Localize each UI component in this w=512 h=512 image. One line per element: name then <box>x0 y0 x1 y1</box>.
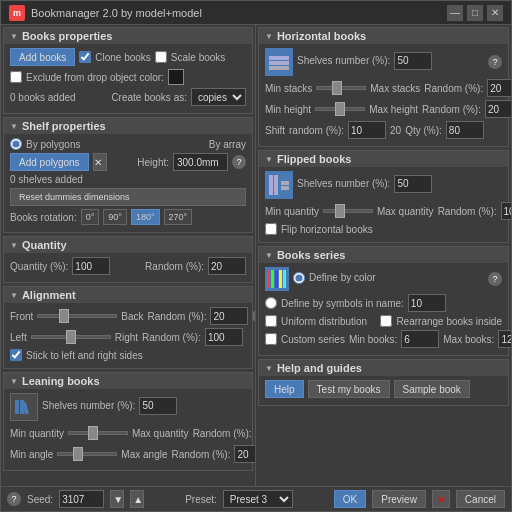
f-random-label: Random (%): <box>438 206 497 217</box>
color-swatch[interactable] <box>168 69 184 85</box>
f-random-input[interactable] <box>501 202 511 220</box>
books-series-section: Books series <box>258 246 509 356</box>
alignment-header[interactable]: Alignment <box>4 287 252 303</box>
seed-up-button[interactable]: ▲ <box>130 490 144 508</box>
define-color-radio[interactable] <box>293 272 305 284</box>
h-help-icon[interactable]: ? <box>488 55 502 69</box>
lean-angle-slider[interactable] <box>57 452 117 456</box>
books-properties-section: Books properties Add books Clone books S… <box>3 27 253 114</box>
h-shelves-input[interactable] <box>394 52 432 70</box>
h-height-slider[interactable] <box>315 107 365 111</box>
sample-book-button[interactable]: Sample book <box>394 380 470 398</box>
rearrange-checkbox[interactable] <box>380 315 392 327</box>
svg-rect-14 <box>283 270 286 288</box>
svg-rect-7 <box>274 175 278 195</box>
h-random-height-label: Random (%): <box>422 104 481 115</box>
ok-button[interactable]: OK <box>334 490 366 508</box>
shelf-properties-header[interactable]: Shelf properties <box>4 118 252 134</box>
series-help-icon[interactable]: ? <box>488 272 502 286</box>
help-guides-section: Help and guides Help Test my books Sampl… <box>258 359 509 406</box>
right-random-input[interactable] <box>205 328 243 346</box>
flipped-books-body: Shelves number (%): Min quantity Max qua… <box>259 167 508 242</box>
test-my-books-button[interactable]: Test my books <box>308 380 390 398</box>
clone-books-checkbox[interactable] <box>79 51 91 63</box>
h-shift-random1-input[interactable] <box>348 121 386 139</box>
h-random-height-input[interactable] <box>485 100 511 118</box>
preview-button[interactable]: Preview <box>372 490 426 508</box>
max-books-input[interactable] <box>498 330 511 348</box>
by-polygons-radio[interactable] <box>10 138 22 150</box>
custom-series-checkbox[interactable] <box>265 333 277 345</box>
add-books-button[interactable]: Add books <box>10 48 75 66</box>
alignment-body: Front Back Random (%): ? Left Right Rand… <box>4 303 252 368</box>
quantity-label: Quantity (%): <box>10 261 68 272</box>
quantity-header[interactable]: Quantity <box>4 237 252 253</box>
reset-dummies-button[interactable]: Reset dummies dimensions <box>10 188 246 206</box>
height-input[interactable] <box>173 153 228 171</box>
svg-rect-6 <box>269 175 273 195</box>
back-random-label: Random (%): <box>148 311 207 322</box>
svg-rect-11 <box>271 270 274 288</box>
books-properties-header[interactable]: Books properties <box>4 28 252 44</box>
books-series-header[interactable]: Books series <box>259 247 508 263</box>
flip-horizontal-checkbox[interactable] <box>265 223 277 235</box>
flipped-books-header[interactable]: Flipped books <box>259 151 508 167</box>
leaning-shelves-input[interactable] <box>139 397 177 415</box>
preset-select[interactable]: Preset 3 <box>223 490 293 508</box>
stick-label: Stick to left and right sides <box>26 350 143 361</box>
quantity-input[interactable] <box>72 257 110 275</box>
help-button[interactable]: Help <box>265 380 304 398</box>
leaning-books-body: Shelves number (%): Min quantity Max qua… <box>4 389 252 470</box>
h-random-stacks-input[interactable] <box>487 79 511 97</box>
front-back-slider[interactable] <box>37 314 117 318</box>
help-guides-body: Help Test my books Sample book <box>259 376 508 405</box>
h-stacks-slider[interactable] <box>316 86 366 90</box>
maximize-button[interactable]: □ <box>467 5 483 21</box>
qty-random-input[interactable] <box>208 257 246 275</box>
lean-qty-slider[interactable] <box>68 431 128 435</box>
custom-series-label: Custom series <box>281 334 345 345</box>
help-guides-header[interactable]: Help and guides <box>259 360 508 376</box>
remove-polygon-button[interactable]: ✕ <box>93 153 107 171</box>
f-shelves-input[interactable] <box>394 175 432 193</box>
minimize-button[interactable]: — <box>447 5 463 21</box>
leaning-books-header[interactable]: Leaning books <box>4 373 252 389</box>
min-books-input[interactable] <box>401 330 439 348</box>
back-label: Back <box>121 311 143 322</box>
deg270-button[interactable]: 270° <box>164 209 193 225</box>
h-qty-input[interactable] <box>446 121 484 139</box>
svg-rect-4 <box>269 61 289 65</box>
books-properties-body: Add books Clone books Scale books Exclud… <box>4 44 252 113</box>
stick-checkbox[interactable] <box>10 349 22 361</box>
create-books-select[interactable]: copies <box>191 88 246 106</box>
lean-random2-input[interactable] <box>234 445 256 463</box>
left-right-slider[interactable] <box>31 335 111 339</box>
define-symbols-radio[interactable] <box>265 297 277 309</box>
f-shelves-label: Shelves number (%): <box>297 178 390 189</box>
deg0-button[interactable]: 0° <box>81 209 100 225</box>
quantity-body: Quantity (%): Random (%): <box>4 253 252 282</box>
deg180-button[interactable]: 180° <box>131 209 160 225</box>
close-button[interactable]: ✕ <box>487 5 503 21</box>
flipped-books-section: Flipped books <box>258 150 509 243</box>
by-array-label: By array <box>209 139 246 150</box>
back-random-input[interactable] <box>210 307 248 325</box>
height-help-icon[interactable]: ? <box>232 155 246 169</box>
window-controls: — □ ✕ <box>447 5 503 21</box>
seed-down-button[interactable]: ▼ <box>110 490 124 508</box>
define-symbols-input[interactable] <box>408 294 446 312</box>
add-polygons-button[interactable]: Add polygons <box>10 153 89 171</box>
f-qty-slider[interactable] <box>323 209 373 213</box>
svg-rect-0 <box>15 400 19 414</box>
cancel-button[interactable]: Cancel <box>456 490 505 508</box>
seed-input[interactable] <box>59 490 104 508</box>
svg-rect-8 <box>281 181 289 185</box>
horizontal-books-header[interactable]: Horizontal books <box>259 28 508 44</box>
deg90-button[interactable]: 90° <box>103 209 127 225</box>
uniform-dist-checkbox[interactable] <box>265 315 277 327</box>
exclude-checkbox[interactable] <box>10 71 22 83</box>
bottom-help-icon[interactable]: ? <box>7 492 21 506</box>
define-color-label: Define by color <box>309 272 376 283</box>
scale-books-checkbox[interactable] <box>155 51 167 63</box>
preview-close-button[interactable]: ✕ <box>432 490 450 508</box>
